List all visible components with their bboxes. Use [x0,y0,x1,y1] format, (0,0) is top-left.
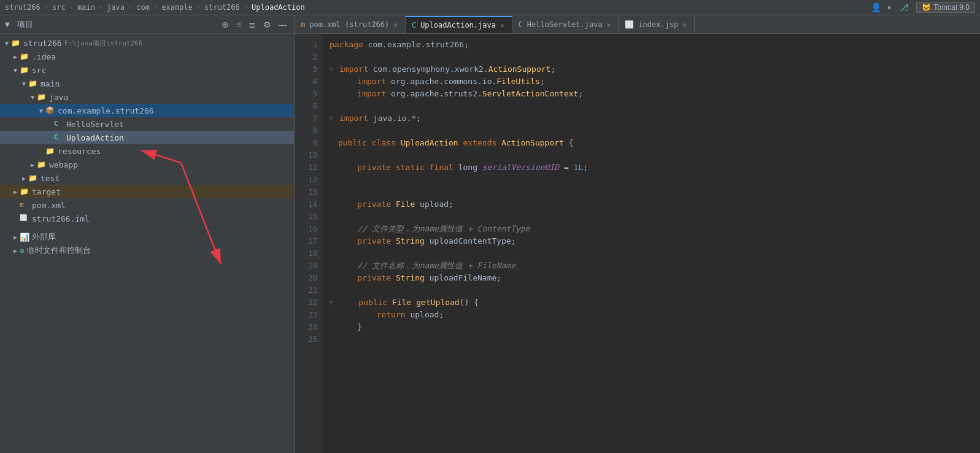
sidebar-actions: ⊕ ≡ ≣ ⚙ — [220,19,289,30]
java-icon: 📁 [37,93,47,101]
code-line-4: import org.apache.commons.io.FileUtils; [330,76,980,88]
tab-helloservlet-icon: C [519,20,523,29]
temp-label: 临时文件和控制台 [27,245,91,256]
sidebar: ▼ 项目 ⊕ ≡ ≣ ⚙ — 📁 strut266 F:\java项目\stru… [0,15,295,453]
sidebar-item-src[interactable]: 📁 src [0,63,294,77]
fold-icon-3[interactable]: ▽ [330,63,338,76]
tab-bar: m pom.xml (strut266) ✕ C UploadAction.ja… [295,15,980,34]
src-arrow [11,67,20,74]
tab-helloservlet-close[interactable]: ✕ [606,21,612,29]
tab-helloservlet[interactable]: C HelloServlet.java ✕ [512,16,619,33]
package-label: com.example.strut266 [58,106,154,115]
code-line-16: // 文件类型，为name属性值 + ContentType [330,223,980,235]
idea-label: .idea [32,52,56,61]
code-line-1: package com.example.strut266; [330,39,980,51]
sidebar-item-temp[interactable]: ⊙ 临时文件和控制台 [0,244,294,257]
collapse-all-button[interactable]: ≡ [234,19,243,30]
sidebar-item-idea[interactable]: 📁 .idea [0,50,294,63]
root-arrow [2,40,11,47]
user-icon[interactable]: 👤 ▾ [871,2,892,12]
tab-uploadaction[interactable]: C UploadAction.java ✕ [406,16,512,33]
code-line-21 [330,284,980,296]
hide-sidebar-button[interactable]: — [277,19,289,30]
code-line-15 [330,211,980,223]
code-line-9: public class UploadAction extends Action… [330,137,980,149]
iml-label: strut266.iml [32,214,90,223]
test-arrow [20,175,28,182]
main-icon: 📁 [28,79,38,88]
target-label: target [32,187,61,196]
webapp-label: webapp [49,160,78,169]
sidebar-item-main[interactable]: 📁 main [0,77,294,90]
code-editor[interactable]: 1 2 3 4 5 6 7 8 9 10 11 12 13 14 15 16 1… [295,34,980,453]
expand-all-button[interactable]: ≣ [247,19,258,30]
main-area: ▼ 项目 ⊕ ≡ ≣ ⚙ — 📁 strut266 F:\java项目\stru… [0,15,980,453]
main-arrow [20,80,28,87]
tab-pomxml-close[interactable]: ✕ [392,21,399,29]
ext-libs-icon: 📊 [20,233,29,242]
top-bar: strut266 › src › main › java › com › exa… [0,0,980,15]
tab-pomxml-label: pom.xml (strut266) [309,20,389,29]
code-line-25 [330,333,980,346]
code-line-22: ▽ public File getUpload() { [330,296,980,309]
code-line-5: import org.apache.struts2.ServletActionC… [330,88,980,100]
fold-icon-7[interactable]: ▽ [330,112,338,125]
locate-file-button[interactable]: ⊕ [220,19,231,30]
iml-icon: ⬜ [20,214,29,223]
package-icon: 📦 [45,106,55,115]
sidebar-item-external-libs[interactable]: 📊 外部库 [0,230,294,244]
code-line-17: private String uploadContentType; [330,235,980,247]
code-content[interactable]: package com.example.strut266; ▽import co… [322,34,980,453]
helloservlet-label: HelloServlet [66,120,124,129]
ext-libs-arrow [11,234,20,241]
idea-icon: 📁 [20,52,29,61]
ext-libs-label: 外部库 [32,231,56,242]
sidebar-item-java[interactable]: 📁 java [0,90,294,104]
code-line-10 [330,149,980,161]
sidebar-item-webapp[interactable]: 📁 webapp [0,158,294,171]
tab-indexjsp[interactable]: ⬜ index.jsp ✕ [619,16,695,33]
package-arrow [37,107,45,114]
resources-label: resources [58,147,101,156]
code-line-20: private String uploadFileName; [330,272,980,284]
code-line-6 [330,100,980,112]
tab-helloservlet-label: HelloServlet.java [527,20,603,29]
settings-button[interactable]: ⚙ [261,19,273,30]
fold-icon-22[interactable]: ▽ [330,296,338,309]
sidebar-item-target[interactable]: 📁 target [0,185,294,198]
sidebar-item-resources[interactable]: 📁 resources [0,144,294,158]
code-line-23: return upload; [330,309,980,321]
root-path: F:\java项目\strut266 [64,39,143,48]
vcs-icon[interactable]: ⎇ [899,2,909,12]
tab-indexjsp-close[interactable]: ✕ [681,21,688,29]
sidebar-item-uploadaction[interactable]: C UploadAction [0,131,294,144]
webapp-arrow [28,161,37,168]
code-line-24: } [330,321,980,333]
tab-pomxml[interactable]: m pom.xml (strut266) ✕ [295,16,406,33]
temp-arrow [11,247,20,254]
target-icon: 📁 [20,187,29,196]
code-line-19: // 文件名称，为name属性值 + FileName [330,260,980,272]
uploadaction-icon: C [54,133,64,142]
tomcat-button[interactable]: 🐱 Tomcat 9.0 [916,2,975,13]
tomcat-icon: 🐱 [922,3,931,12]
sidebar-title: ▼ 项目 [5,19,220,30]
top-bar-right: 👤 ▾ ⎇ 🐱 Tomcat 9.0 [871,2,975,13]
sidebar-item-pomxml[interactable]: m pom.xml [0,198,294,212]
root-label: strut266 [23,39,62,48]
resources-icon: 📁 [45,147,55,155]
test-icon: 📁 [28,174,38,182]
breadcrumb: strut266 › src › main › java › com › exa… [5,3,305,12]
sidebar-item-iml[interactable]: ⬜ strut266.iml [0,212,294,225]
code-line-18 [330,247,980,260]
tab-uploadaction-close[interactable]: ✕ [499,21,506,29]
tab-indexjsp-icon: ⬜ [625,20,634,29]
tree-root[interactable]: 📁 strut266 F:\java项目\strut266 [0,36,294,50]
tab-pomxml-icon: m [301,20,305,29]
sidebar-item-helloservlet[interactable]: C HelloServlet [0,117,294,131]
sidebar-header: ▼ 项目 ⊕ ≡ ≣ ⚙ — [0,15,294,34]
sidebar-item-package[interactable]: 📦 com.example.strut266 [0,104,294,117]
code-line-11: private static final long serialVersionU… [330,161,980,174]
uploadaction-label: UploadAction [66,133,124,142]
sidebar-item-test[interactable]: 📁 test [0,171,294,185]
